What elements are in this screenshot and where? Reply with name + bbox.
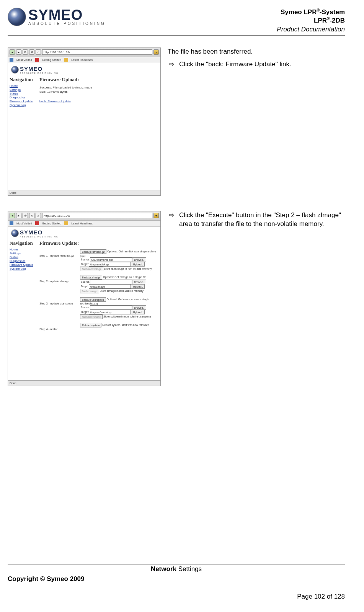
browser-status: Done [8, 380, 160, 386]
back-link[interactable]: back: Firmware Update [39, 100, 71, 103]
title-3: Product Documentation [277, 25, 345, 34]
upload-button[interactable]: Upload.. [131, 262, 145, 267]
backup-userspace-button[interactable]: Backup userspace [80, 297, 106, 302]
instr-text: Click the "back: Firmware Update" link. [179, 60, 291, 69]
bm-latest[interactable]: Latest Headlines [71, 58, 93, 62]
tgt-label: Target: [81, 263, 89, 265]
browse-button[interactable]: Browse.. [132, 305, 146, 310]
bookmark-icon [10, 58, 13, 62]
upload-button[interactable]: Upload.. [131, 310, 145, 314]
reload-system-button[interactable]: Reload system [80, 323, 101, 327]
instr-arrow-line: ⇨ Click the "Execute" button in the "Ste… [168, 211, 345, 229]
src-label: Source: [81, 306, 90, 309]
stop-icon[interactable]: ✕ [29, 213, 34, 218]
flash-ramdisk-button[interactable]: flash ramdisk.gz [80, 267, 103, 271]
nav-diagnostics[interactable]: Diagnostics [10, 259, 36, 263]
store-text: Store ramdisk.gz in non-volatile memory [104, 267, 152, 270]
step-label: Step 4 - restart [39, 323, 78, 331]
src-label: Source: [81, 280, 90, 283]
step-3: Step 3 - update userspace Backup userspa… [39, 297, 158, 319]
bm-most[interactable]: Most Visited [16, 58, 32, 62]
title-2a: LPR [314, 17, 327, 24]
footer-copyright: Copyright © Symeo 2009 [8, 575, 345, 583]
store-text: Store software in non-volatile userspace [103, 315, 151, 318]
bookmark-icon [35, 58, 39, 62]
bm-getting[interactable]: Getting Started [42, 58, 61, 62]
step-label: Step 2 - update zImage [39, 275, 78, 283]
dropdown-icon[interactable]: ▾ [153, 49, 159, 55]
bookmark-icon [64, 58, 68, 62]
opt-text: Optional: Get zImage as a single file [103, 276, 146, 278]
instr-arrow-line: ⇨ Click the "back: Firmware Update" link… [168, 60, 345, 69]
nav-fwd-icon[interactable]: ► [16, 49, 21, 55]
url-bar[interactable]: http://192.168.1.99/ [42, 49, 152, 55]
step-2: Step 2 - update zImage Backup zImageOpti… [39, 275, 158, 293]
target-input[interactable]: /tmp/ramdisk.gz [89, 262, 131, 267]
title-1b: -System [320, 8, 345, 16]
footer-section: Network Settings [8, 565, 345, 573]
nav-back-icon[interactable]: ◄ [10, 213, 15, 218]
backup-zimage-button[interactable]: Backup zImage [80, 275, 102, 280]
reload-icon[interactable]: ⟳ [23, 213, 28, 218]
nav-heading: Navigation [10, 240, 36, 246]
browser-toolbar: ◄ ► ⟳ ✕ ⌂ http://192.168.1.99/ ▾ [8, 211, 160, 221]
source-input[interactable] [90, 280, 132, 284]
nav-heading: Navigation [10, 77, 36, 83]
nav-diagnostics[interactable]: Diagnostics [10, 96, 36, 99]
screenshot-firmware-upload: ◄ ► ⟳ ✕ ⌂ http://192.168.1.99/ ▾ Most Vi… [8, 47, 161, 196]
target-input[interactable]: /tmp/usr/userwi.gz [89, 310, 131, 314]
panel-title: Firmware Update: [39, 240, 158, 246]
url-bar[interactable]: http://192.168.1.99/ [42, 213, 152, 218]
source-input[interactable]: C:\Documents and Settings\prausd [90, 257, 132, 262]
nav-back-icon[interactable]: ◄ [10, 49, 15, 55]
title-2b: -2DB [330, 17, 345, 24]
step-label: Step 1 - update ramdisk.gz [39, 249, 78, 257]
store-text: Store zImage in non-volatile memory [100, 290, 144, 292]
nav-firmware[interactable]: Firmware Update [10, 100, 36, 103]
backup-ramdisk-button[interactable]: Backup ramdisk.gz [80, 249, 106, 254]
browse-button[interactable]: Browse.. [132, 257, 146, 262]
nav-syslog[interactable]: System Log [10, 267, 36, 270]
bm-getting[interactable]: Getting Started [42, 222, 61, 225]
logo-tagline: ABSOLUTE POSITIONING [28, 21, 106, 26]
document-title: Symeo LPR®-System LPR®-2DB Product Docum… [277, 8, 345, 34]
target-input[interactable]: /tmp/zImage [89, 284, 131, 289]
dropdown-icon[interactable]: ▾ [153, 213, 159, 218]
bm-most[interactable]: Most Visited [16, 222, 32, 225]
page-footer: Network Settings Copyright © Symeo 2009 … [8, 564, 345, 601]
bookmark-bar: Most Visited Getting Started Latest Head… [8, 221, 160, 227]
nav-firmware[interactable]: Firmware Update [10, 263, 36, 267]
site-logo-tag: ABSOLUTE POSITIONING [20, 236, 59, 238]
main-panel: Firmware Upload: Success: File uploaded … [37, 75, 160, 190]
home-icon[interactable]: ⌂ [36, 213, 41, 218]
nav-status[interactable]: Status [10, 255, 36, 259]
home-icon[interactable]: ⌂ [36, 49, 41, 55]
logo-text: SYMEO ABSOLUTE POSITIONING [28, 8, 106, 26]
nav-settings[interactable]: Settings [10, 252, 36, 255]
site-logo-name: SYMEO [20, 229, 59, 236]
logo-name: SYMEO [28, 8, 106, 21]
reload-icon[interactable]: ⟳ [23, 49, 28, 55]
step-label: Step 3 - update userspace [39, 297, 78, 305]
main-panel: Firmware Update: Step 1 - update ramdisk… [37, 239, 160, 380]
nav-fwd-icon[interactable]: ► [16, 213, 21, 218]
browse-button[interactable]: Browse.. [132, 280, 146, 284]
nav-settings[interactable]: Settings [10, 88, 36, 92]
browser-toolbar: ◄ ► ⟳ ✕ ⌂ http://192.168.1.99/ ▾ [8, 48, 160, 57]
nav-syslog[interactable]: System Log [10, 103, 36, 107]
bm-latest[interactable]: Latest Headlines [71, 222, 93, 225]
arrow-icon: ⇨ [168, 60, 175, 69]
step-1: Step 1 - update ramdisk.gz Backup ramdis… [39, 249, 158, 271]
footer-rule [8, 564, 345, 565]
flash-userspace-button[interactable]: flash userspace [80, 314, 103, 319]
upload-button[interactable]: Upload.. [131, 284, 145, 289]
site-logo-icon [11, 229, 19, 237]
flash-zimage-button[interactable]: flash zImage [80, 289, 99, 293]
source-input[interactable] [90, 305, 132, 310]
nav-status[interactable]: Status [10, 92, 36, 95]
page-header: SYMEO ABSOLUTE POSITIONING Symeo LPR®-Sy… [8, 8, 345, 36]
site-logo-bar: SYMEO ABSOLUTE POSITIONING [8, 227, 160, 239]
nav-home[interactable]: Home [10, 248, 36, 251]
nav-home[interactable]: Home [10, 84, 36, 88]
stop-icon[interactable]: ✕ [29, 49, 34, 55]
